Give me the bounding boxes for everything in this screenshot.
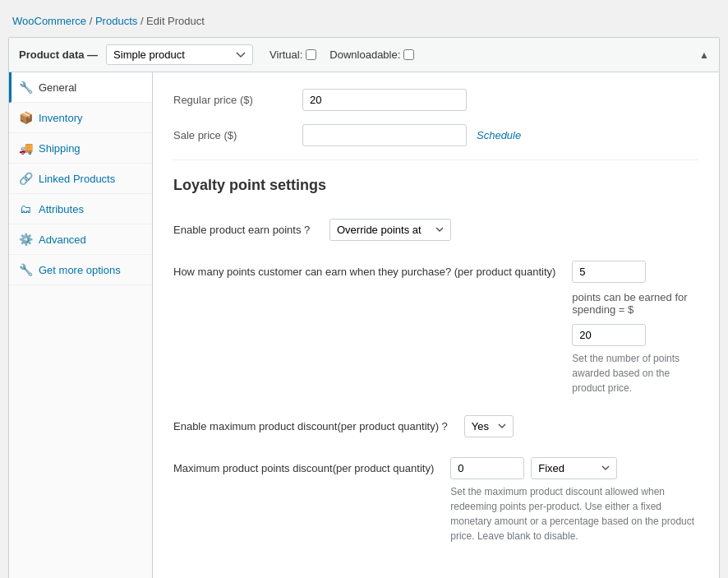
- attributes-icon: 🗂: [19, 202, 32, 215]
- max-helper-text: Set the maximum product discount allowed…: [450, 484, 698, 543]
- sidebar-item-label: General: [39, 81, 76, 94]
- enable-earn-select[interactable]: Override points at Use global settings D…: [329, 219, 451, 241]
- downloadable-checkbox[interactable]: [403, 49, 414, 60]
- max-discount-label: Enable maximum product discount(per prod…: [173, 415, 448, 435]
- enable-earn-control: Override points at Use global settings D…: [329, 219, 698, 241]
- how-many-points-control: points can be earned for spending = $ Se…: [572, 261, 698, 395]
- how-many-points-row: How many points customer can earn when t…: [173, 261, 698, 395]
- advanced-icon: ⚙️: [19, 233, 32, 246]
- max-discount-row: Enable maximum product discount(per prod…: [173, 415, 698, 437]
- sidebar-item-label: Linked Products: [39, 173, 115, 185]
- product-data-label: Product data —: [19, 49, 98, 61]
- product-data-body: 🔧 General 📦 Inventory 🚚 Shipping 🔗 Linke…: [9, 72, 719, 578]
- sale-price-label: Sale price ($): [173, 129, 293, 141]
- wrench-icon: 🔧: [19, 81, 32, 94]
- regular-price-label: Regular price ($): [173, 94, 293, 106]
- regular-price-row: Regular price ($): [173, 89, 698, 111]
- max-discount-control: Yes No: [464, 415, 698, 437]
- breadcrumb-edit: Edit Product: [146, 15, 205, 27]
- max-points-discount-label: Maximum product points discount(per prod…: [173, 457, 434, 477]
- max-points-discount-control: Fixed Percentage Set the maximum product…: [450, 457, 698, 543]
- section-divider: [173, 160, 698, 160]
- virtual-downloadable-group: Virtual: Downloadable:: [270, 49, 414, 61]
- sale-price-row: Sale price ($) Schedule: [173, 124, 698, 146]
- virtual-label[interactable]: Virtual:: [270, 49, 316, 61]
- inventory-icon: 📦: [19, 111, 32, 124]
- max-points-discount-row: Maximum product points discount(per prod…: [173, 457, 698, 543]
- sidebar-item-label: Get more options: [39, 264, 121, 276]
- enable-earn-label: Enable product earn points ?: [173, 219, 313, 238]
- breadcrumb-products[interactable]: Products: [95, 15, 137, 27]
- sidebar-item-inventory[interactable]: 📦 Inventory: [9, 103, 152, 133]
- main-content: Regular price ($) Sale price ($) Schedul…: [153, 72, 719, 578]
- breadcrumb-woocommerce[interactable]: WooCommerce: [12, 15, 86, 27]
- sidebar-item-shipping[interactable]: 🚚 Shipping: [9, 133, 152, 164]
- sidebar-item-get-more-options[interactable]: 🔧 Get more options: [9, 255, 152, 285]
- schedule-link[interactable]: Schedule: [477, 129, 521, 141]
- sidebar-item-label: Inventory: [39, 112, 82, 124]
- loyalty-heading: Loyalty point settings: [173, 177, 698, 202]
- enable-earn-row: Enable product earn points ? Override po…: [173, 219, 698, 241]
- discount-inputs-row: Fixed Percentage: [450, 457, 698, 479]
- sidebar-item-label: Shipping: [39, 142, 81, 155]
- regular-price-input[interactable]: [302, 89, 467, 111]
- virtual-checkbox[interactable]: [306, 49, 316, 60]
- discount-value-input[interactable]: [450, 457, 524, 479]
- discount-type-select[interactable]: Fixed Percentage: [531, 457, 617, 479]
- how-many-points-label: How many points customer can earn when t…: [173, 261, 555, 280]
- product-type-select[interactable]: Simple product Grouped product External/…: [106, 44, 253, 65]
- sidebar: 🔧 General 📦 Inventory 🚚 Shipping 🔗 Linke…: [9, 72, 153, 578]
- sidebar-item-advanced[interactable]: ⚙️ Advanced: [9, 224, 152, 255]
- sidebar-item-label: Attributes: [39, 203, 84, 215]
- max-discount-select[interactable]: Yes No: [464, 415, 514, 437]
- breadcrumb-sep1: /: [90, 15, 93, 27]
- sidebar-item-label: Advanced: [39, 234, 86, 246]
- spending-value-input[interactable]: [572, 324, 646, 346]
- header-arrow-icon[interactable]: ▲: [699, 49, 709, 61]
- sidebar-item-attributes[interactable]: 🗂 Attributes: [9, 194, 152, 224]
- points-earn-row: points can be earned for spending = $: [572, 261, 698, 346]
- downloadable-label[interactable]: Downloadable:: [329, 49, 414, 61]
- points-value-input[interactable]: [572, 261, 646, 283]
- breadcrumb: WooCommerce / Products / Edit Product: [0, 8, 728, 37]
- link-icon: 🔗: [19, 172, 32, 185]
- shipping-icon: 🚚: [19, 141, 32, 155]
- product-data-header: Product data — Simple product Grouped pr…: [9, 38, 719, 72]
- sidebar-item-linked-products[interactable]: 🔗 Linked Products: [9, 164, 152, 194]
- points-middle-text: points can be earned for spending = $: [572, 291, 698, 316]
- points-helper-text: Set the number of points awarded based o…: [572, 351, 698, 395]
- more-options-icon: 🔧: [19, 263, 32, 276]
- sidebar-item-general[interactable]: 🔧 General: [9, 72, 152, 103]
- sale-price-input[interactable]: [302, 124, 467, 146]
